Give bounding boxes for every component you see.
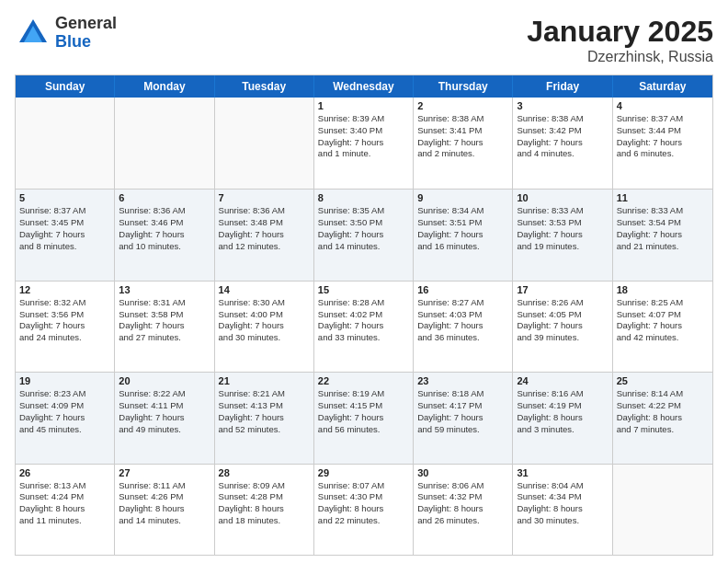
- day-info: Sunrise: 8:38 AM Sunset: 3:42 PM Dayligh…: [517, 113, 608, 160]
- day-info: Sunrise: 8:28 AM Sunset: 4:02 PM Dayligh…: [318, 297, 409, 344]
- day-number: 5: [19, 192, 110, 203]
- day-info: Sunrise: 8:33 AM Sunset: 3:53 PM Dayligh…: [517, 205, 608, 252]
- location: Dzerzhinsk, Russia: [527, 49, 713, 65]
- weekday-header-sunday: Sunday: [16, 75, 115, 98]
- day-number: 21: [219, 375, 310, 386]
- weekday-header-tuesday: Tuesday: [215, 75, 314, 98]
- day-cell-13: 13Sunrise: 8:31 AM Sunset: 3:58 PM Dayli…: [115, 282, 214, 372]
- day-number: 7: [219, 192, 310, 203]
- day-cell-22: 22Sunrise: 8:19 AM Sunset: 4:15 PM Dayli…: [314, 373, 414, 463]
- calendar-week-3: 12Sunrise: 8:32 AM Sunset: 3:56 PM Dayli…: [16, 281, 712, 372]
- day-cell-31: 31Sunrise: 8:04 AM Sunset: 4:34 PM Dayli…: [513, 465, 612, 555]
- day-info: Sunrise: 8:36 AM Sunset: 3:48 PM Dayligh…: [219, 205, 310, 252]
- day-number: 16: [417, 284, 508, 295]
- day-number: 2: [417, 100, 508, 111]
- day-info: Sunrise: 8:21 AM Sunset: 4:13 PM Dayligh…: [219, 388, 310, 435]
- day-info: Sunrise: 8:33 AM Sunset: 3:54 PM Dayligh…: [617, 205, 709, 252]
- day-cell-30: 30Sunrise: 8:06 AM Sunset: 4:32 PM Dayli…: [414, 465, 513, 555]
- day-info: Sunrise: 8:07 AM Sunset: 4:30 PM Dayligh…: [318, 480, 409, 527]
- day-cell-15: 15Sunrise: 8:28 AM Sunset: 4:02 PM Dayli…: [314, 282, 414, 372]
- day-number: 6: [119, 192, 210, 203]
- day-info: Sunrise: 8:30 AM Sunset: 4:00 PM Dayligh…: [219, 297, 310, 344]
- day-number: 12: [19, 284, 110, 295]
- day-cell-9: 9Sunrise: 8:34 AM Sunset: 3:51 PM Daylig…: [414, 190, 513, 280]
- day-number: 8: [318, 192, 409, 203]
- day-number: 11: [617, 192, 709, 203]
- day-info: Sunrise: 8:36 AM Sunset: 3:46 PM Dayligh…: [119, 205, 210, 252]
- day-number: 14: [219, 284, 310, 295]
- page-container: General Blue January 2025 Dzerzhinsk, Ru…: [0, 0, 728, 563]
- day-info: Sunrise: 8:26 AM Sunset: 4:05 PM Dayligh…: [517, 297, 608, 344]
- day-cell-23: 23Sunrise: 8:18 AM Sunset: 4:17 PM Dayli…: [414, 373, 513, 463]
- logo-icon: [15, 15, 51, 52]
- day-number: 29: [318, 467, 409, 478]
- day-number: 3: [517, 100, 608, 111]
- day-cell-20: 20Sunrise: 8:22 AM Sunset: 4:11 PM Dayli…: [115, 373, 214, 463]
- day-number: 15: [318, 284, 409, 295]
- day-cell-11: 11Sunrise: 8:33 AM Sunset: 3:54 PM Dayli…: [613, 190, 712, 280]
- weekday-header-thursday: Thursday: [414, 75, 513, 98]
- calendar: SundayMondayTuesdayWednesdayThursdayFrid…: [15, 75, 713, 556]
- day-info: Sunrise: 8:16 AM Sunset: 4:19 PM Dayligh…: [517, 388, 608, 435]
- title-block: January 2025 Dzerzhinsk, Russia: [527, 15, 713, 65]
- day-info: Sunrise: 8:38 AM Sunset: 3:41 PM Dayligh…: [417, 113, 508, 160]
- day-number: 10: [517, 192, 608, 203]
- day-cell-3: 3Sunrise: 8:38 AM Sunset: 3:42 PM Daylig…: [513, 98, 612, 189]
- calendar-week-2: 5Sunrise: 8:37 AM Sunset: 3:45 PM Daylig…: [16, 189, 712, 280]
- day-number: 19: [19, 375, 110, 386]
- day-cell-14: 14Sunrise: 8:30 AM Sunset: 4:00 PM Dayli…: [215, 282, 314, 372]
- empty-cell: [215, 98, 314, 189]
- day-number: 30: [417, 467, 508, 478]
- day-number: 4: [617, 100, 709, 111]
- logo-general: General: [55, 14, 117, 32]
- weekday-header-monday: Monday: [115, 75, 214, 98]
- day-number: 31: [517, 467, 608, 478]
- day-number: 20: [119, 375, 210, 386]
- day-info: Sunrise: 8:11 AM Sunset: 4:26 PM Dayligh…: [119, 480, 210, 527]
- empty-cell: [115, 98, 214, 189]
- day-info: Sunrise: 8:14 AM Sunset: 4:22 PM Dayligh…: [617, 388, 709, 435]
- day-cell-21: 21Sunrise: 8:21 AM Sunset: 4:13 PM Dayli…: [215, 373, 314, 463]
- day-cell-5: 5Sunrise: 8:37 AM Sunset: 3:45 PM Daylig…: [16, 190, 115, 280]
- day-cell-12: 12Sunrise: 8:32 AM Sunset: 3:56 PM Dayli…: [16, 282, 115, 372]
- calendar-week-5: 26Sunrise: 8:13 AM Sunset: 4:24 PM Dayli…: [16, 464, 712, 555]
- day-cell-27: 27Sunrise: 8:11 AM Sunset: 4:26 PM Dayli…: [115, 465, 214, 555]
- day-info: Sunrise: 8:37 AM Sunset: 3:44 PM Dayligh…: [617, 113, 709, 160]
- day-number: 28: [219, 467, 310, 478]
- day-number: 23: [417, 375, 508, 386]
- day-cell-19: 19Sunrise: 8:23 AM Sunset: 4:09 PM Dayli…: [16, 373, 115, 463]
- day-number: 27: [119, 467, 210, 478]
- day-cell-1: 1Sunrise: 8:39 AM Sunset: 3:40 PM Daylig…: [314, 98, 414, 189]
- empty-cell: [613, 465, 712, 555]
- weekday-header-friday: Friday: [513, 75, 612, 98]
- day-cell-10: 10Sunrise: 8:33 AM Sunset: 3:53 PM Dayli…: [513, 190, 612, 280]
- day-number: 26: [19, 467, 110, 478]
- day-number: 25: [617, 375, 709, 386]
- day-cell-4: 4Sunrise: 8:37 AM Sunset: 3:44 PM Daylig…: [613, 98, 712, 189]
- empty-cell: [16, 98, 115, 189]
- day-info: Sunrise: 8:31 AM Sunset: 3:58 PM Dayligh…: [119, 297, 210, 344]
- day-cell-16: 16Sunrise: 8:27 AM Sunset: 4:03 PM Dayli…: [414, 282, 513, 372]
- logo-blue: Blue: [55, 32, 91, 51]
- day-info: Sunrise: 8:32 AM Sunset: 3:56 PM Dayligh…: [19, 297, 110, 344]
- day-info: Sunrise: 8:22 AM Sunset: 4:11 PM Dayligh…: [119, 388, 210, 435]
- day-cell-17: 17Sunrise: 8:26 AM Sunset: 4:05 PM Dayli…: [513, 282, 612, 372]
- weekday-header-wednesday: Wednesday: [314, 75, 414, 98]
- day-cell-18: 18Sunrise: 8:25 AM Sunset: 4:07 PM Dayli…: [613, 282, 712, 372]
- day-cell-24: 24Sunrise: 8:16 AM Sunset: 4:19 PM Dayli…: [513, 373, 612, 463]
- logo-text: General Blue: [55, 15, 117, 52]
- day-info: Sunrise: 8:35 AM Sunset: 3:50 PM Dayligh…: [318, 205, 409, 252]
- month-title: January 2025: [527, 15, 713, 49]
- day-cell-7: 7Sunrise: 8:36 AM Sunset: 3:48 PM Daylig…: [215, 190, 314, 280]
- day-number: 1: [318, 100, 409, 111]
- day-cell-6: 6Sunrise: 8:36 AM Sunset: 3:46 PM Daylig…: [115, 190, 214, 280]
- day-info: Sunrise: 8:13 AM Sunset: 4:24 PM Dayligh…: [19, 480, 110, 527]
- day-info: Sunrise: 8:09 AM Sunset: 4:28 PM Dayligh…: [219, 480, 310, 527]
- calendar-week-1: 1Sunrise: 8:39 AM Sunset: 3:40 PM Daylig…: [16, 98, 712, 189]
- day-cell-26: 26Sunrise: 8:13 AM Sunset: 4:24 PM Dayli…: [16, 465, 115, 555]
- day-number: 18: [617, 284, 709, 295]
- day-number: 9: [417, 192, 508, 203]
- day-number: 22: [318, 375, 409, 386]
- day-number: 24: [517, 375, 608, 386]
- day-info: Sunrise: 8:34 AM Sunset: 3:51 PM Dayligh…: [417, 205, 508, 252]
